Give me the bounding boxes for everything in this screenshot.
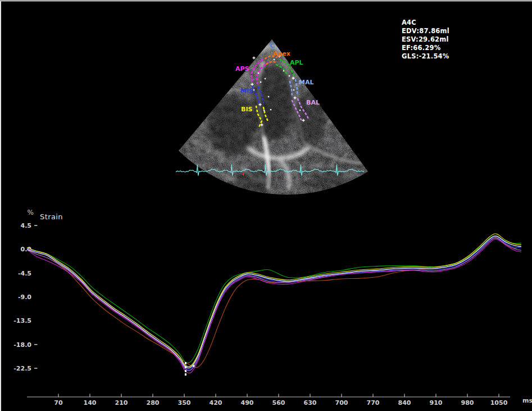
x-axis-tick-label: 70 [54, 399, 63, 407]
esv-value: ESV:29.62ml [402, 35, 449, 44]
ef-value: EF:66.29% [402, 44, 449, 52]
window-left-border [0, 1, 1, 411]
segment-label-aps: APS [235, 65, 249, 73]
chart-y-unit: % [15, 209, 34, 216]
gls-value: GLS:-21.54% [402, 52, 449, 61]
segment-label-bis: BIS [241, 106, 252, 113]
echo-and-strain-canvas: 7014021028035042049056063070077084091098… [0, 0, 532, 411]
avc-marker [185, 373, 187, 376]
y-axis-tick-label: -9.0 [18, 293, 31, 301]
x-axis-tick-label: 840 [398, 399, 411, 407]
x-axis-tick-label: 700 [335, 399, 348, 407]
y-axis-tick-label: 4.5 [21, 222, 32, 229]
segment-label-mal: MAL [299, 79, 313, 86]
contour-node-dot [253, 89, 254, 91]
contour-node-dot [258, 73, 259, 74]
avc-marker [185, 370, 187, 372]
x-axis-tick-label: 140 [84, 399, 97, 407]
view-label: A4C [402, 19, 449, 27]
strain-series-Apex [27, 237, 521, 368]
contour-node-dot [265, 78, 266, 79]
contour-node-dot [268, 96, 269, 97]
segment-label-apex: Apex [273, 50, 290, 57]
x-axis-tick-label: 560 [272, 399, 285, 407]
y-axis-tick-label: -18.0 [13, 341, 31, 349]
x-axis-tick-label: 630 [304, 399, 317, 407]
contour-node-dot [270, 109, 271, 110]
x-axis-tick-label: 770 [367, 399, 380, 407]
x-axis-tick-label: 350 [178, 399, 191, 407]
chart-x-unit: ms [522, 397, 532, 404]
strain-series-BAL [27, 238, 521, 371]
segment-label-mis: MIS [240, 87, 253, 94]
avc-marker [185, 362, 187, 364]
edv-value: EDV:87.86ml [402, 27, 449, 35]
contour-node-dot [260, 82, 261, 83]
strain-series-MIS [27, 237, 521, 369]
contour-node-dot [263, 110, 265, 111]
segment-boundary-plus-icon [253, 57, 256, 60]
contour-node-dot [289, 75, 290, 76]
avc-marker-dot [193, 365, 194, 367]
x-axis-tick-label: 210 [115, 399, 128, 407]
window-top-border [0, 0, 532, 2]
view-c-label: C [270, 41, 275, 49]
ecg-frame-marker [243, 173, 244, 175]
chart-title: Strain [40, 213, 63, 221]
contour-node-dot [293, 89, 294, 91]
x-axis-tick-label: 980 [461, 399, 474, 407]
x-axis-tick-label: 490 [241, 399, 254, 407]
contour-node-dot [299, 110, 301, 111]
x-axis-tick-label: 280 [147, 399, 160, 407]
avc-marker [185, 366, 187, 368]
x-axis-tick-label: 420 [210, 399, 222, 407]
x-axis-tick-label: 910 [430, 399, 443, 407]
contour-node-dot [274, 59, 275, 60]
measurement-panel: A4C EDV:87.86ml ESV:29.62ml EF:66.29% GL… [402, 19, 449, 61]
segment-label-apl: APL [290, 59, 303, 66]
y-axis-tick-label: -13.5 [13, 317, 31, 324]
app-window: 7014021028035042049056063070077084091098… [0, 0, 532, 411]
contour-node-dot [283, 70, 284, 71]
x-axis-tick-label: 1050 [490, 399, 508, 407]
strain-series-APS [27, 239, 521, 373]
strain-series-GLS-avg [27, 236, 521, 368]
y-axis-tick-label: -22.5 [13, 365, 31, 372]
segment-label-bal: BAL [306, 99, 320, 106]
y-axis-tick-label: -4.5 [18, 270, 31, 277]
